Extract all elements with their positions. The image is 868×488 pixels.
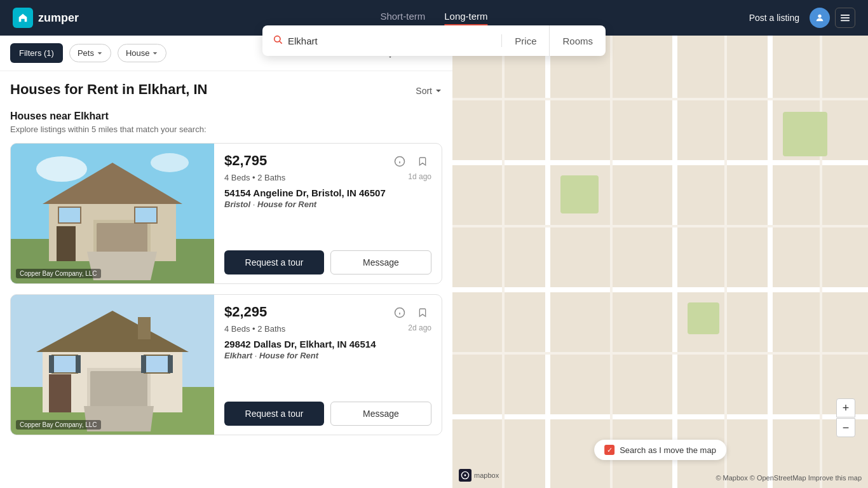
nav-center: Short-term Long-term xyxy=(380,11,487,25)
svg-rect-14 xyxy=(57,226,76,261)
svg-point-0 xyxy=(818,15,821,18)
pets-filter[interactable]: Pets xyxy=(69,44,111,62)
message-btn-1[interactable]: Message xyxy=(330,250,431,274)
svg-rect-31 xyxy=(49,355,54,373)
svg-rect-29 xyxy=(52,355,78,373)
map-background xyxy=(452,36,868,488)
svg-rect-39 xyxy=(452,36,868,488)
svg-rect-2 xyxy=(841,17,850,18)
info-icon-2[interactable] xyxy=(391,304,409,322)
listing-image-2[interactable]: Copper Bay Company, LLC xyxy=(11,295,214,435)
svg-rect-54 xyxy=(688,302,719,334)
price-icons-1 xyxy=(391,152,431,170)
message-btn-2[interactable]: Message xyxy=(330,402,431,426)
svg-rect-32 xyxy=(76,355,81,373)
logo[interactable]: zumper xyxy=(13,8,79,28)
bookmark-icon-1[interactable] xyxy=(414,152,431,170)
sort-area: Houses for Rent in Elkhart, IN Sort xyxy=(10,81,442,100)
zoom-controls: + − xyxy=(836,398,855,437)
time-ago-1: 1d ago xyxy=(224,172,431,181)
page-title: Houses for Rent in Elkhart, IN xyxy=(10,81,208,98)
svg-rect-30 xyxy=(144,355,170,373)
sort-button[interactable]: Sort xyxy=(416,86,442,96)
search-checkbox[interactable]: ✓ xyxy=(604,445,614,455)
zoom-out-btn[interactable]: − xyxy=(836,418,855,437)
mapbox-text: mapbox xyxy=(474,471,499,479)
listing-card: Copper Bay Company, LLC $2,795 xyxy=(10,143,442,284)
nav-short-term[interactable]: Short-term xyxy=(380,11,425,25)
watermark-2: Copper Bay Company, LLC xyxy=(16,420,101,430)
svg-rect-28 xyxy=(49,374,71,412)
search-price-btn[interactable]: Price xyxy=(502,25,550,56)
mapbox-logo: mapbox xyxy=(459,469,499,482)
search-rooms-btn[interactable]: Rooms xyxy=(550,25,606,56)
card-info-1: $2,795 4 Beds • 2 Baths xyxy=(214,144,442,283)
property-type-2: Elkhart · House for Rent xyxy=(224,351,431,360)
price-row-1: $2,795 xyxy=(224,152,431,170)
svg-point-4 xyxy=(275,36,280,42)
svg-point-7 xyxy=(36,156,87,182)
hamburger-menu[interactable] xyxy=(835,8,855,28)
watermark-1: Copper Bay Company, LLC xyxy=(16,269,101,278)
logo-text: zumper xyxy=(38,11,79,25)
time-ago-2: 2d ago xyxy=(224,323,431,332)
bookmark-icon-2[interactable] xyxy=(414,304,431,322)
card-body-2: Copper Bay Company, LLC $2,295 xyxy=(11,295,442,435)
svg-rect-25 xyxy=(138,317,151,339)
svg-rect-15 xyxy=(58,207,81,223)
content-area: Houses for Rent in Elkhart, IN Sort Hous… xyxy=(0,71,452,435)
listing-image[interactable]: Copper Bay Company, LLC xyxy=(11,144,214,283)
zoom-in-btn[interactable]: + xyxy=(836,398,855,417)
svg-point-57 xyxy=(465,475,466,477)
price-2: $2,295 xyxy=(224,304,267,320)
map-attribution: © Mapbox © OpenStreetMap Improve this ma… xyxy=(715,474,862,482)
svg-point-8 xyxy=(151,153,189,172)
house-image-2 xyxy=(11,295,214,435)
price-icons-2 xyxy=(391,304,431,322)
card-actions-2: Request a tour Message xyxy=(224,402,431,426)
svg-rect-3 xyxy=(841,20,850,22)
card-body: Copper Bay Company, LLC $2,795 xyxy=(11,144,442,283)
header-right: Post a listing xyxy=(749,8,855,28)
svg-rect-16 xyxy=(135,207,157,223)
property-type-1: Bristol · House for Rent xyxy=(224,200,431,209)
svg-line-5 xyxy=(280,41,282,44)
svg-rect-1 xyxy=(841,15,850,16)
search-icon xyxy=(273,34,283,47)
house-filter-label: House xyxy=(126,48,150,58)
mapbox-icon xyxy=(459,469,471,482)
pets-filter-label: Pets xyxy=(78,48,94,58)
price-1: $2,795 xyxy=(224,152,267,169)
address-1: 54154 Angeline Dr, Bristol, IN 46507 xyxy=(224,187,431,198)
map-panel[interactable]: ✓ Search as I move the map + − mapbox © … xyxy=(452,36,868,488)
request-tour-btn-2[interactable]: Request a tour xyxy=(224,402,324,426)
search-as-move[interactable]: ✓ Search as I move the map xyxy=(594,440,726,460)
info-icon-1[interactable] xyxy=(391,152,409,170)
search-location-field[interactable]: Elkhart xyxy=(262,34,502,47)
request-tour-btn-1[interactable]: Request a tour xyxy=(224,250,324,274)
card-actions-1: Request a tour Message xyxy=(224,250,431,274)
house-image-1 xyxy=(11,144,214,283)
svg-rect-55 xyxy=(783,112,827,156)
svg-rect-34 xyxy=(168,355,173,373)
svg-rect-53 xyxy=(560,175,599,214)
filters-button[interactable]: Filters (1) xyxy=(10,43,63,63)
svg-rect-27 xyxy=(90,371,147,409)
listing-card-2: Copper Bay Company, LLC $2,295 xyxy=(10,294,442,435)
avatar[interactable] xyxy=(810,8,830,28)
house-filter[interactable]: House xyxy=(118,44,167,62)
price-row-2: $2,295 xyxy=(224,304,431,322)
card-info-2: $2,295 4 Beds • 2 Baths xyxy=(214,295,442,435)
search-bar: Elkhart Price Rooms xyxy=(262,25,606,56)
user-menu[interactable] xyxy=(810,8,855,28)
header: zumper Short-term Long-term Post a listi… xyxy=(0,0,868,36)
search-location-text: Elkhart xyxy=(288,36,318,46)
main-layout: Filters (1) Pets House Create Alert Hous… xyxy=(0,36,868,488)
nav-long-term[interactable]: Long-term xyxy=(444,11,487,25)
logo-icon xyxy=(13,8,33,28)
post-listing-link[interactable]: Post a listing xyxy=(749,13,799,23)
section-title: Houses near Elkhart xyxy=(10,111,442,122)
search-as-move-label: Search as I move the map xyxy=(620,445,716,455)
address-2: 29842 Dallas Dr, Elkhart, IN 46514 xyxy=(224,339,431,349)
svg-rect-33 xyxy=(141,355,146,373)
